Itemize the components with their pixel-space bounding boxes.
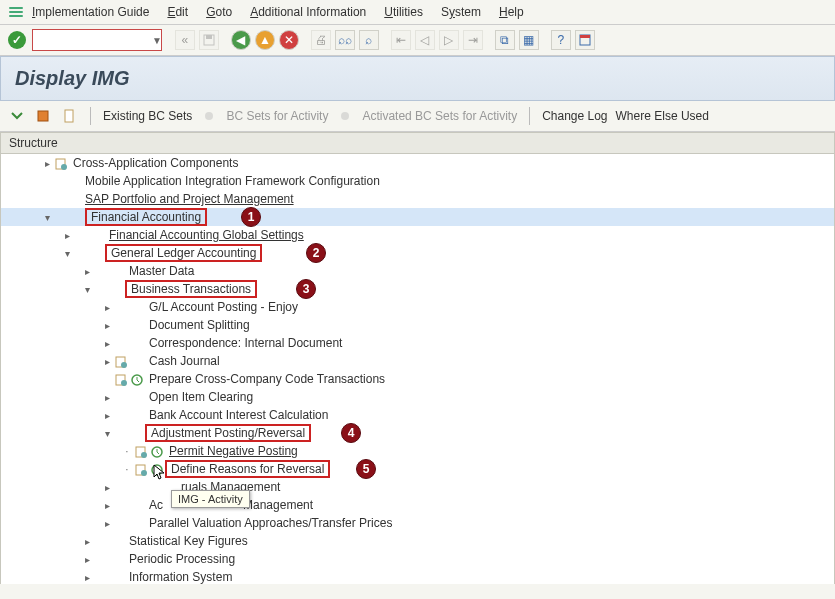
expand-toggle[interactable]: ▸ bbox=[101, 356, 113, 367]
where-else-used-link[interactable]: Where Else Used bbox=[616, 109, 709, 123]
menu-utilities[interactable]: Utilities bbox=[384, 5, 423, 19]
expand-toggle[interactable]: ▸ bbox=[101, 320, 113, 331]
find-next-icon[interactable]: ⌕ bbox=[359, 30, 379, 50]
tree-row[interactable]: ▸Document Splitting bbox=[1, 316, 834, 334]
shortcut-icon[interactable]: ▦ bbox=[519, 30, 539, 50]
img-activity-tooltip: IMG - Activity bbox=[171, 490, 250, 508]
layout-icon[interactable] bbox=[575, 30, 595, 50]
tree-row-financial-accounting[interactable]: ▾ Financial Accounting 1 bbox=[1, 208, 834, 226]
expand-toggle[interactable]: · bbox=[121, 446, 133, 457]
doc-icon[interactable] bbox=[134, 444, 148, 458]
doc-icon[interactable] bbox=[134, 462, 148, 476]
prev-page-icon[interactable]: ◁ bbox=[415, 30, 435, 50]
print-icon[interactable]: 🖨 bbox=[311, 30, 331, 50]
tree-label: General Ledger Accounting bbox=[105, 244, 262, 262]
svg-point-10 bbox=[341, 112, 349, 120]
new-session-icon[interactable]: ⧉ bbox=[495, 30, 515, 50]
doc-icon[interactable] bbox=[114, 372, 128, 386]
expand-toggle[interactable]: ▸ bbox=[81, 554, 93, 565]
tree-row-business-transactions[interactable]: ▾ Business Transactions 3 bbox=[1, 280, 834, 298]
expand-toggle[interactable]: ▸ bbox=[101, 410, 113, 421]
tree-row[interactable]: SAP Portfolio and Project Management bbox=[1, 190, 834, 208]
tree-row[interactable]: ▸Cash Journal bbox=[1, 352, 834, 370]
back-icon[interactable]: « bbox=[175, 30, 195, 50]
tree-row[interactable]: ▸Information System bbox=[1, 568, 834, 584]
annotation-badge-4: 4 bbox=[341, 423, 361, 443]
tree-row[interactable]: Prepare Cross-Company Code Transactions bbox=[1, 370, 834, 388]
find-icon[interactable]: ⌕⌕ bbox=[335, 30, 355, 50]
tree-row-define-reasons[interactable]: · Define Reasons for Reversal 5 bbox=[1, 460, 834, 478]
collapse-toggle[interactable]: ▾ bbox=[41, 212, 53, 223]
expand-toggle[interactable]: ▸ bbox=[81, 266, 93, 277]
expand-toggle[interactable]: ▸ bbox=[41, 158, 53, 169]
tree-label: Prepare Cross-Company Code Transactions bbox=[149, 372, 385, 386]
menu-goto[interactable]: Goto bbox=[206, 5, 232, 19]
existing-bc-sets-link[interactable]: Existing BC Sets bbox=[103, 109, 192, 123]
last-page-icon[interactable]: ⇥ bbox=[463, 30, 483, 50]
tree-row-general-ledger[interactable]: ▾ General Ledger Accounting 2 bbox=[1, 244, 834, 262]
expand-toggle[interactable]: ▸ bbox=[101, 500, 113, 511]
expand-toggle[interactable]: ▸ bbox=[101, 338, 113, 349]
expand-icon[interactable] bbox=[8, 107, 26, 125]
tree-row[interactable]: ▸ Ac IMG - Activity Management bbox=[1, 496, 834, 514]
expand-toggle[interactable]: ▸ bbox=[101, 302, 113, 313]
doc-icon[interactable] bbox=[60, 107, 78, 125]
expand-toggle[interactable]: ▸ bbox=[81, 572, 93, 583]
expand-toggle[interactable]: ▸ bbox=[101, 392, 113, 403]
expand-toggle[interactable]: ▸ bbox=[101, 518, 113, 529]
app-menu-icon[interactable] bbox=[8, 4, 24, 20]
dropdown-icon[interactable]: ▼ bbox=[152, 35, 162, 46]
expand-toggle[interactable]: ▸ bbox=[61, 230, 73, 241]
activity-icon[interactable] bbox=[150, 444, 164, 458]
tree-label: Adjustment Posting/Reversal bbox=[145, 424, 311, 442]
tree-label: Document Splitting bbox=[149, 318, 250, 332]
tree-row[interactable]: ·Permit Negative Posting bbox=[1, 442, 834, 460]
next-page-icon[interactable]: ▷ bbox=[439, 30, 459, 50]
svg-point-12 bbox=[61, 164, 67, 170]
svg-point-19 bbox=[141, 452, 147, 458]
tree-row[interactable]: ▸Parallel Valuation Approaches/Transfer … bbox=[1, 514, 834, 532]
tree-row[interactable]: Mobile Application Integration Framework… bbox=[1, 172, 834, 190]
first-page-icon[interactable]: ⇤ bbox=[391, 30, 411, 50]
command-field[interactable] bbox=[32, 29, 162, 51]
svg-rect-0 bbox=[9, 7, 23, 9]
tree-row[interactable]: ▸Correspondence: Internal Document bbox=[1, 334, 834, 352]
tree-row[interactable]: ▸Statistical Key Figures bbox=[1, 532, 834, 550]
tree-row[interactable]: ▸Periodic Processing bbox=[1, 550, 834, 568]
collapse-toggle[interactable]: ▾ bbox=[101, 428, 113, 439]
tree-row[interactable]: ▸ Master Data bbox=[1, 262, 834, 280]
main-toolbar: ✓ ▼ « ◀ ▲ ✕ 🖨 ⌕⌕ ⌕ ⇤ ◁ ▷ ⇥ ⧉ ▦ ? bbox=[0, 25, 835, 56]
save-icon[interactable] bbox=[199, 30, 219, 50]
tree-row[interactable]: ▸Open Item Clearing bbox=[1, 388, 834, 406]
cancel-icon[interactable]: ✕ bbox=[279, 30, 299, 50]
exit-icon[interactable]: ▲ bbox=[255, 30, 275, 50]
menu-help[interactable]: Help bbox=[499, 5, 524, 19]
tree-row[interactable]: ▸ruals Management bbox=[1, 478, 834, 496]
back-green-icon[interactable]: ◀ bbox=[231, 30, 251, 50]
doc-icon[interactable] bbox=[114, 354, 128, 368]
menu-implementation-guide[interactable]: Implementation Guide bbox=[32, 5, 149, 19]
expand-toggle[interactable]: ▸ bbox=[81, 536, 93, 547]
tree-row-adjustment-posting[interactable]: ▾ Adjustment Posting/Reversal 4 bbox=[1, 424, 834, 442]
menu-additional-info[interactable]: Additional Information bbox=[250, 5, 366, 19]
enter-icon[interactable]: ✓ bbox=[8, 31, 26, 49]
activity-icon[interactable] bbox=[130, 372, 144, 386]
expand-toggle[interactable]: ▸ bbox=[101, 482, 113, 493]
expand-toggle[interactable]: · bbox=[121, 464, 133, 475]
tree-row[interactable]: ▸Bank Account Interest Calculation bbox=[1, 406, 834, 424]
tree-row[interactable]: ▸ Financial Accounting Global Settings bbox=[1, 226, 834, 244]
change-log-link[interactable]: Change Log bbox=[542, 109, 607, 123]
menu-system[interactable]: System bbox=[441, 5, 481, 19]
svg-rect-8 bbox=[65, 110, 73, 122]
collapse-icon[interactable] bbox=[34, 107, 52, 125]
menu-edit[interactable]: Edit bbox=[167, 5, 188, 19]
svg-rect-4 bbox=[206, 35, 212, 39]
collapse-toggle[interactable]: ▾ bbox=[81, 284, 93, 295]
tree-row[interactable]: ▸G/L Account Posting - Enjoy bbox=[1, 298, 834, 316]
tree-label: Statistical Key Figures bbox=[129, 534, 248, 548]
help-icon[interactable]: ? bbox=[551, 30, 571, 50]
tree-row[interactable]: ▸ Cross-Application Components bbox=[1, 154, 834, 172]
collapse-toggle[interactable]: ▾ bbox=[61, 248, 73, 259]
tree-label: SAP Portfolio and Project Management bbox=[85, 192, 294, 206]
doc-icon[interactable] bbox=[54, 156, 68, 170]
